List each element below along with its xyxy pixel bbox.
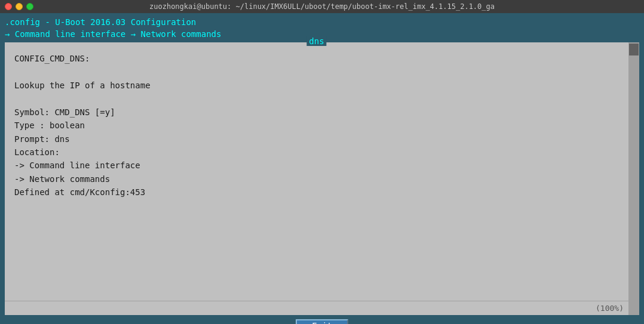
content-line-6: Type : boolean [14,119,619,132]
exit-button-label: < Exit > [302,321,342,324]
config-title: .config - U-Boot 2016.03 Configuration [5,17,639,29]
window-title: zuozhongkai@ubuntu: ~/linux/IMX6ULL/uboo… [149,2,495,11]
main-panel: dns CONFIG_CMD_DNS: Lookup the IP of a h… [5,42,628,315]
content-line-5: Symbol: CMD_DNS [=y] [14,106,619,119]
content-line-10: -> Network commands [14,172,619,186]
content-line-11: Defined at cmd/Kconfig:453 [14,186,619,199]
content-line-1: CONFIG_CMD_DNS: [14,52,619,65]
scrollbar-thumb[interactable] [629,44,639,55]
bottom-bar: (100%) [5,301,628,315]
scrollbar-track[interactable] [628,42,639,315]
content-line-7: Prompt: dns [14,132,619,146]
dns-label: dns [306,36,326,46]
content-line-3: Lookup the IP of a hostname [14,79,619,92]
content-line-4 [14,92,619,105]
traffic-lights [5,3,33,10]
content-line-8: Location: [14,146,619,159]
content-line-2 [14,66,619,79]
close-button[interactable] [5,3,12,10]
content-wrapper: dns CONFIG_CMD_DNS: Lookup the IP of a h… [0,42,644,315]
content-area: CONFIG_CMD_DNS: Lookup the IP of a hostn… [5,42,628,301]
footer: < Exit > [0,315,644,324]
title-bar: zuozhongkai@ubuntu: ~/linux/IMX6ULL/uboo… [0,0,644,13]
maximize-button[interactable] [26,3,33,10]
content-line-9: -> Command line interface [14,159,619,172]
minimize-button[interactable] [16,3,23,10]
percentage-label: (100%) [596,304,624,313]
terminal-window: .config - U-Boot 2016.03 Configuration →… [0,13,644,324]
exit-button[interactable]: < Exit > [296,319,348,324]
